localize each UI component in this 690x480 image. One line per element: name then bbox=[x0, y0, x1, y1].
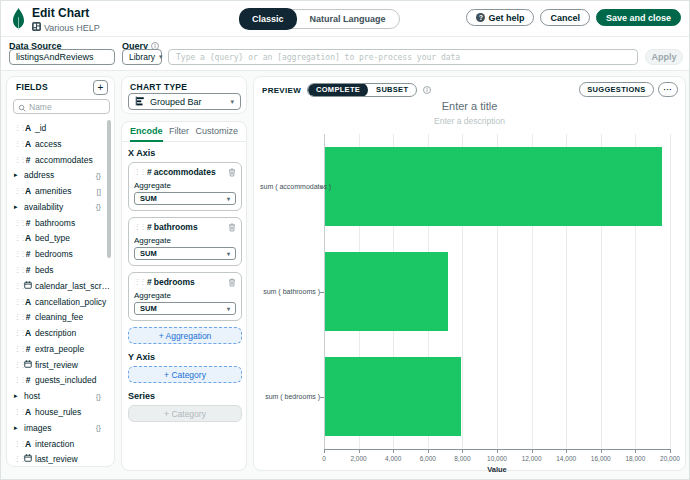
drag-handle-icon[interactable]: ⋮⋮ bbox=[14, 250, 21, 258]
field-item-calendar_last_scr[interactable]: ⋮⋮calendar_last_scr… bbox=[7, 278, 110, 294]
field-item-guests_included[interactable]: ⋮⋮#guests_included bbox=[7, 372, 110, 388]
field-item-images[interactable]: ▸images{} bbox=[7, 420, 110, 436]
x-axis-field-cards: ⋮⋮#accommodatesAggregateSUM▾⋮⋮#bathrooms… bbox=[128, 162, 242, 321]
drag-handle-icon[interactable]: ⋮⋮ bbox=[14, 376, 21, 384]
more-menu-button[interactable]: ··· bbox=[658, 82, 678, 97]
field-item-host[interactable]: ▸host{} bbox=[7, 388, 110, 404]
drag-handle-icon[interactable]: ⋮⋮ bbox=[14, 345, 21, 353]
trash-icon[interactable] bbox=[228, 278, 236, 287]
tab-filter[interactable]: Filter bbox=[169, 122, 189, 142]
field-item-accommodates[interactable]: ⋮⋮#accommodates bbox=[7, 152, 110, 168]
number-type-icon: # bbox=[147, 167, 152, 177]
encode-tabs: Encode Filter Customize bbox=[122, 122, 246, 142]
drag-handle-icon[interactable]: ⋮⋮ bbox=[14, 361, 21, 369]
mode-classic[interactable]: Classic bbox=[239, 8, 297, 30]
drag-handle-icon[interactable]: ⋮⋮ bbox=[14, 313, 21, 321]
aggregate-select[interactable]: SUM▾ bbox=[134, 247, 236, 260]
toggle-subset[interactable]: SUBSET bbox=[368, 83, 416, 97]
y-category-label: sum ( bathrooms ) bbox=[260, 288, 320, 295]
drag-handle-icon[interactable]: ⋮⋮ bbox=[14, 266, 21, 274]
field-name: address bbox=[24, 170, 54, 180]
field-item-cleaning_fee[interactable]: ⋮⋮#cleaning_fee bbox=[7, 309, 110, 325]
save-and-close-button[interactable]: Save and close bbox=[596, 9, 681, 26]
string-type-icon: A bbox=[24, 186, 32, 196]
chevron-down-icon: ▾ bbox=[227, 195, 230, 202]
number-type-icon: # bbox=[24, 375, 32, 385]
number-type-icon: # bbox=[24, 155, 32, 165]
drag-handle-icon[interactable]: ⋮⋮ bbox=[14, 219, 21, 227]
drag-handle-icon[interactable]: ⋮⋮ bbox=[14, 329, 21, 337]
field-item-bedrooms[interactable]: ⋮⋮#bedrooms bbox=[7, 246, 110, 262]
chevron-down-icon: ▾ bbox=[227, 250, 230, 257]
drag-handle-icon[interactable]: ⋮⋮ bbox=[14, 440, 21, 448]
fields-panel-title: FIELDS bbox=[16, 82, 48, 92]
drag-handle-icon[interactable]: ⋮⋮ bbox=[14, 298, 21, 306]
aggregate-select[interactable]: SUM▾ bbox=[134, 192, 236, 205]
trash-icon[interactable] bbox=[228, 168, 236, 177]
drag-handle-icon[interactable]: ⋮⋮ bbox=[14, 455, 21, 463]
expand-icon[interactable]: ▸ bbox=[14, 424, 20, 432]
drag-handle-icon[interactable]: ⋮⋮ bbox=[134, 223, 141, 231]
get-help-button[interactable]: ? Get help bbox=[466, 9, 534, 26]
field-search-input[interactable] bbox=[29, 102, 99, 112]
tab-customize[interactable]: Customize bbox=[195, 122, 238, 142]
field-item-house_rules[interactable]: ⋮⋮Ahouse_rules bbox=[7, 404, 110, 420]
field-item-extra_people[interactable]: ⋮⋮#extra_people bbox=[7, 341, 110, 357]
toggle-complete[interactable]: COMPLETE bbox=[308, 83, 368, 97]
date-type-icon bbox=[24, 454, 32, 464]
expand-icon[interactable]: ▸ bbox=[14, 171, 20, 179]
drag-handle-icon[interactable]: ⋮⋮ bbox=[14, 282, 21, 290]
drag-handle-icon[interactable]: ⋮⋮ bbox=[134, 278, 141, 286]
sample-info-icon[interactable] bbox=[423, 86, 431, 94]
expand-icon[interactable]: ▸ bbox=[14, 392, 20, 400]
chart-title-placeholder[interactable]: Enter a title bbox=[254, 100, 685, 112]
number-type-icon: # bbox=[147, 222, 152, 232]
add-field-button[interactable]: + bbox=[93, 80, 108, 95]
grouped-bar-icon bbox=[135, 96, 145, 108]
chart-type-select[interactable]: Grouped Bar ▾ bbox=[128, 93, 241, 110]
field-item-address[interactable]: ▸address{} bbox=[7, 167, 110, 183]
field-item-description[interactable]: ⋮⋮Adescription bbox=[7, 325, 110, 341]
field-item-access[interactable]: ⋮⋮Aaccess bbox=[7, 136, 110, 152]
expand-icon[interactable]: ▸ bbox=[14, 203, 20, 211]
field-item-availability[interactable]: ▸availability{} bbox=[7, 199, 110, 215]
data-source-select[interactable]: listingsAndReviews bbox=[9, 49, 115, 65]
string-type-icon: A bbox=[24, 233, 32, 243]
tab-encode[interactable]: Encode bbox=[130, 122, 163, 142]
x-tick-label: 2,000 bbox=[344, 455, 374, 462]
x-tick-label: 8,000 bbox=[447, 455, 477, 462]
field-item-_id[interactable]: ⋮⋮A_id bbox=[7, 120, 110, 136]
aggregate-select[interactable]: SUM▾ bbox=[134, 302, 236, 315]
fields-scrollbar[interactable] bbox=[107, 120, 111, 258]
field-item-beds[interactable]: ⋮⋮#beds bbox=[7, 262, 110, 278]
x-axis-field-card-accommodates: ⋮⋮#accommodatesAggregateSUM▾ bbox=[128, 162, 242, 211]
suggestions-button[interactable]: SUGGESTIONS bbox=[579, 82, 653, 97]
field-item-amenities[interactable]: ⋮⋮Aamenities[] bbox=[7, 183, 110, 199]
query-input[interactable] bbox=[168, 49, 638, 65]
add-category-button[interactable]: + Category bbox=[128, 366, 242, 383]
chart-description-placeholder[interactable]: Enter a description bbox=[254, 116, 685, 126]
trash-icon[interactable] bbox=[228, 223, 236, 232]
add-aggregation-button[interactable]: + Aggregation bbox=[128, 327, 242, 344]
drag-handle-icon[interactable]: ⋮⋮ bbox=[14, 124, 21, 132]
drag-handle-icon[interactable]: ⋮⋮ bbox=[14, 408, 21, 416]
field-item-bed_type[interactable]: ⋮⋮Abed_type bbox=[7, 230, 110, 246]
encoded-field-name: accommodates bbox=[154, 167, 216, 177]
drag-handle-icon[interactable]: ⋮⋮ bbox=[14, 187, 21, 195]
field-name: host bbox=[24, 391, 40, 401]
drag-handle-icon[interactable]: ⋮⋮ bbox=[14, 140, 21, 148]
field-item-bathrooms[interactable]: ⋮⋮#bathrooms bbox=[7, 215, 110, 231]
apply-button[interactable]: Apply bbox=[645, 49, 683, 65]
drag-handle-icon[interactable]: ⋮⋮ bbox=[14, 156, 21, 164]
drag-handle-icon[interactable]: ⋮⋮ bbox=[134, 168, 141, 176]
field-item-cancellation_policy[interactable]: ⋮⋮Acancellation_policy bbox=[7, 294, 110, 310]
cancel-button[interactable]: Cancel bbox=[540, 9, 590, 26]
encode-panel: Encode Filter Customize X Axis ⋮⋮#accomm… bbox=[121, 121, 247, 471]
query-mode-select[interactable]: Library▾ bbox=[122, 49, 162, 65]
field-item-first_review[interactable]: ⋮⋮first_review bbox=[7, 357, 110, 373]
drag-handle-icon[interactable]: ⋮⋮ bbox=[14, 234, 21, 242]
series-label: Series bbox=[128, 391, 242, 401]
field-item-last_review[interactable]: ⋮⋮last_review bbox=[7, 451, 110, 467]
mode-natural-language[interactable]: Natural Language bbox=[297, 9, 399, 29]
field-item-interaction[interactable]: ⋮⋮Ainteraction bbox=[7, 436, 110, 452]
